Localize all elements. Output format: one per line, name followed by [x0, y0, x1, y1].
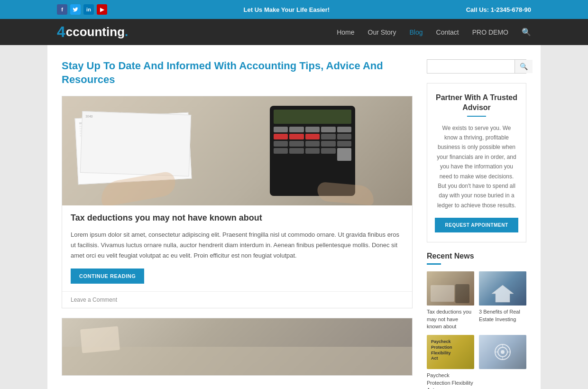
- article-card-1: 1040: [62, 96, 413, 308]
- news-thumb-1: [427, 271, 474, 306]
- continue-reading-button[interactable]: CONTINUE READING: [71, 269, 144, 284]
- partner-title: Partner With A Trusted Advisor: [435, 93, 518, 113]
- left-column: Stay Up To Date And Informed With Accoun…: [62, 59, 413, 389]
- paycheck-thumb-text: PaycheckProtectionFlexibilityAct: [429, 337, 454, 363]
- recent-news-widget: Recent News Tax deductions you may not h…: [427, 252, 526, 389]
- news-grid: Tax deductions you may not have known ab…: [427, 271, 526, 389]
- leave-comment-link[interactable]: Leave a Comment: [71, 296, 117, 303]
- logo-number: 4: [57, 23, 65, 41]
- facebook-icon[interactable]: f: [57, 4, 67, 15]
- top-bar: f in ▶ Let Us Make Your Life Easier! Cal…: [0, 0, 588, 19]
- page-title: Stay Up To Date And Informed With Accoun…: [62, 59, 413, 86]
- right-column: 🔍 Partner With A Trusted Advisor We exis…: [427, 59, 526, 389]
- phone-number: Call Us: 1-2345-678-90: [466, 6, 531, 13]
- nav-pro-demo[interactable]: PRO DEMO: [472, 28, 508, 36]
- appointment-button[interactable]: REQUEST APPOINTMENT: [435, 218, 518, 232]
- article-footer-1: Leave a Comment: [62, 291, 412, 308]
- social-icons: f in ▶: [57, 4, 107, 15]
- article-hero-image: 1040: [62, 96, 412, 205]
- news-item-2[interactable]: 3 Benefits of Real Estate Investing: [479, 271, 526, 330]
- news-thumb-3: PaycheckProtectionFlexibilityAct: [427, 335, 474, 369]
- search-button[interactable]: 🔍: [514, 60, 533, 73]
- recent-news-title: Recent News: [427, 252, 526, 260]
- svg-point-3: [501, 350, 505, 354]
- news-caption-2: 3 Benefits of Real Estate Investing: [479, 308, 526, 323]
- article-body-1: Lorem ipsum dolor sit amet, consectetur …: [71, 230, 404, 261]
- recent-news-underline: [427, 263, 441, 265]
- nav-blog[interactable]: Blog: [409, 28, 423, 36]
- article-title-1: Tax deductions you may not have known ab…: [71, 213, 404, 223]
- nav-contact[interactable]: Contact: [436, 28, 459, 36]
- nav-search-icon[interactable]: 🔍: [522, 28, 531, 37]
- svg-marker-0: [492, 285, 514, 302]
- news-caption-1: Tax deductions you may not have known ab…: [427, 308, 474, 330]
- logo-text: ccounting.: [66, 25, 128, 39]
- nav-our-story[interactable]: Our Story: [368, 28, 396, 36]
- search-box: 🔍: [427, 59, 526, 74]
- partner-body: We exists to serve you. We know a thrivi…: [435, 123, 518, 211]
- twitter-icon[interactable]: [70, 4, 81, 15]
- news-item-3[interactable]: PaycheckProtectionFlexibilityAct Paychec…: [427, 335, 474, 389]
- partner-widget: Partner With A Trusted Advisor We exists…: [427, 83, 526, 242]
- news-item-4[interactable]: [479, 335, 526, 389]
- search-input[interactable]: [427, 60, 514, 73]
- main-content: Stay Up To Date And Informed With Accoun…: [47, 45, 541, 389]
- nav-home[interactable]: Home: [337, 28, 354, 36]
- nav-links: Home Our Story Blog Contact PRO DEMO 🔍: [337, 28, 531, 37]
- linkedin-icon[interactable]: in: [83, 4, 94, 15]
- tagline: Let Us Make Your Life Easier!: [244, 6, 330, 13]
- page-wrapper: f in ▶ Let Us Make Your Life Easier! Cal…: [0, 0, 588, 389]
- partner-underline: [467, 116, 486, 117]
- logo[interactable]: 4 ccounting.: [57, 23, 128, 41]
- news-caption-3: Paycheck Protection Flexibility Act: [427, 372, 474, 389]
- news-thumb-2: [479, 271, 526, 306]
- article-card-2: [62, 318, 413, 376]
- article-hero-2: [62, 318, 412, 375]
- article-content-1: Tax deductions you may not have known ab…: [62, 205, 412, 291]
- youtube-icon[interactable]: ▶: [97, 4, 107, 15]
- news-thumb-4: [479, 335, 526, 369]
- news-item-1[interactable]: Tax deductions you may not have known ab…: [427, 271, 474, 330]
- nav-bar: 4 ccounting. Home Our Story Blog Contact…: [0, 19, 588, 45]
